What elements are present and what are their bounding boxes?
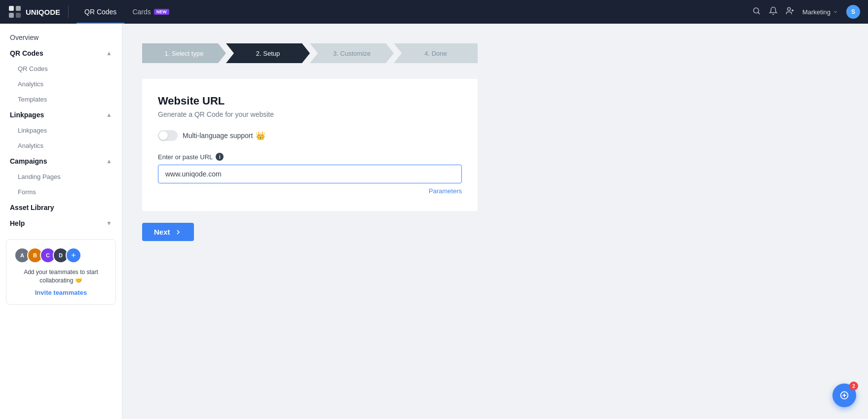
top-navigation: UNIQODE QR Codes Cards NEW Marketing S: [0, 0, 868, 24]
setup-form-card: Website URL Generate a QR Code for your …: [142, 79, 478, 211]
fab-button[interactable]: 2: [832, 384, 856, 407]
multilang-toggle[interactable]: [158, 130, 178, 141]
sidebar-item-qrcodes[interactable]: QR Codes: [0, 61, 122, 76]
svg-rect-0: [9, 6, 14, 11]
cards-new-badge: NEW: [154, 9, 169, 15]
team-invite-card: A B C D + Add your teammates to start co…: [6, 239, 116, 305]
svg-rect-2: [9, 13, 14, 18]
help-chevron-icon: ▼: [106, 220, 112, 227]
tab-qr-codes[interactable]: QR Codes: [76, 0, 124, 24]
asset-library-label: Asset Library: [10, 204, 54, 211]
form-subtitle: Generate a QR Code for your website: [158, 110, 462, 118]
overview-label: Overview: [10, 34, 38, 41]
campaigns-chevron-icon: ▲: [106, 158, 112, 165]
nav-tabs: QR Codes Cards NEW: [76, 0, 752, 24]
parameters-link[interactable]: Parameters: [158, 186, 462, 195]
qrcodes-section-label: QR Codes: [10, 49, 43, 57]
bell-icon[interactable]: [769, 6, 778, 17]
main-layout: Overview QR Codes ▲ QR Codes Analytics T…: [0, 24, 868, 419]
templates-label: Templates: [18, 96, 47, 103]
team-invite-text: Add your teammates to start collaboratin…: [14, 268, 108, 285]
linkpages-child-label: Linkpages: [18, 127, 47, 134]
sidebar-item-overview[interactable]: Overview: [0, 30, 122, 45]
qrcodes-chevron-icon: ▲: [106, 50, 112, 57]
sidebar-item-linkpages[interactable]: Linkpages: [0, 123, 122, 138]
sidebar-item-help[interactable]: Help ▼: [0, 215, 122, 231]
step-setup[interactable]: 2. Setup: [226, 43, 310, 63]
logo[interactable]: UNIQODE: [8, 5, 60, 19]
toggle-row: Multi-language support 👑: [158, 130, 462, 141]
sidebar: Overview QR Codes ▲ QR Codes Analytics T…: [0, 24, 122, 419]
svg-rect-1: [16, 6, 21, 11]
qrcodes-child-label: QR Codes: [18, 65, 48, 72]
toggle-label: Multi-language support 👑: [183, 131, 265, 140]
main-content: 1. Select type 2. Setup 3. Customize 4. …: [122, 24, 868, 419]
svg-rect-3: [16, 13, 21, 18]
sidebar-section-linkpages[interactable]: Linkpages ▲: [0, 107, 122, 123]
workspace-selector[interactable]: Marketing: [802, 8, 838, 16]
sidebar-item-templates[interactable]: Templates: [0, 92, 122, 107]
form-title: Website URL: [158, 95, 462, 107]
input-label: Enter or paste URL i: [158, 153, 462, 161]
add-user-icon[interactable]: [786, 6, 794, 17]
analytics-link-label: Analytics: [18, 142, 43, 149]
search-icon[interactable]: [752, 6, 761, 17]
team-avatars: A B C D +: [14, 247, 108, 263]
landing-pages-label: Landing Pages: [18, 173, 61, 180]
step-customize[interactable]: 3. Customize: [310, 43, 394, 63]
url-input[interactable]: [158, 165, 462, 183]
linkpages-chevron-icon: ▲: [106, 111, 112, 118]
sidebar-item-asset-library[interactable]: Asset Library: [0, 200, 122, 215]
sidebar-item-analytics-qr[interactable]: Analytics: [0, 76, 122, 92]
workspace-label: Marketing: [802, 8, 830, 16]
stepper: 1. Select type 2. Setup 3. Customize 4. …: [142, 43, 478, 63]
sidebar-item-forms[interactable]: Forms: [0, 184, 122, 200]
invite-teammates-link[interactable]: Invite teammates: [14, 289, 108, 296]
help-label: Help: [10, 219, 25, 227]
info-icon[interactable]: i: [216, 153, 224, 161]
step-select-type[interactable]: 1. Select type: [142, 43, 226, 63]
nav-right: Marketing S: [752, 5, 860, 19]
step-done[interactable]: 4. Done: [394, 43, 478, 63]
sidebar-section-campaigns[interactable]: Campaigns ▲: [0, 153, 122, 169]
tab-cards[interactable]: Cards NEW: [124, 0, 177, 24]
analytics-qr-label: Analytics: [18, 80, 43, 88]
add-teammate-icon[interactable]: +: [66, 247, 81, 263]
next-arrow-icon: [174, 228, 182, 236]
crown-icon: 👑: [256, 131, 265, 140]
campaigns-section-label: Campaigns: [10, 157, 47, 165]
sidebar-section-qrcodes[interactable]: QR Codes ▲: [0, 45, 122, 61]
fab-icon: [839, 390, 850, 401]
forms-label: Forms: [18, 188, 36, 196]
nav-divider: [68, 6, 69, 18]
toggle-knob: [159, 131, 168, 140]
svg-line-5: [758, 12, 759, 14]
svg-point-6: [788, 7, 791, 10]
svg-point-4: [754, 8, 759, 13]
fab-badge: 2: [849, 382, 858, 390]
next-button[interactable]: Next: [142, 223, 194, 241]
user-avatar[interactable]: S: [846, 5, 860, 19]
sidebar-item-analytics-link[interactable]: Analytics: [0, 138, 122, 153]
logo-text: UNIQODE: [26, 8, 60, 16]
sidebar-item-landing-pages[interactable]: Landing Pages: [0, 169, 122, 184]
linkpages-section-label: Linkpages: [10, 111, 44, 119]
